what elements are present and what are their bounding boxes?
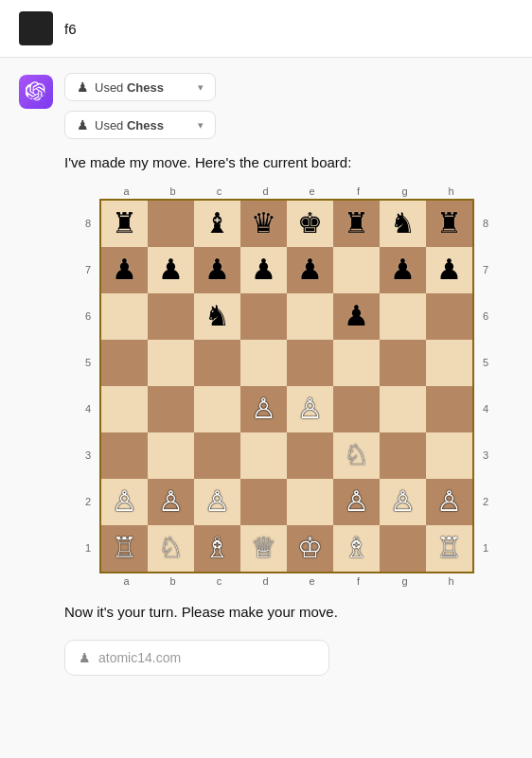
input-chess-icon: ♟ (79, 650, 91, 665)
square-a8: ♜ (101, 201, 148, 247)
rank-labels-left: 87654321 (80, 201, 96, 572)
square-a6 (101, 293, 148, 340)
file-label-d: d (242, 184, 289, 199)
square-c5 (194, 340, 240, 386)
square-d7: ♟ (240, 247, 287, 293)
square-e8: ♚ (287, 201, 333, 247)
rank-label-5: 5 (478, 340, 493, 386)
square-a2: ♙ (101, 479, 148, 525)
square-f4 (333, 386, 380, 432)
file-label-d: d (242, 573, 289, 589)
chevron-down-icon-1: ▾ (198, 81, 204, 94)
chess-board: ♜♝♛♚♜♞♜♟♟♟♟♟♟♟♞♟♙♙♘♙♙♙♙♙♙♖♘♗♕♔♗♖ (99, 199, 474, 573)
input-area[interactable]: ♟ atomic14.com (64, 640, 329, 676)
rank-label-4: 4 (80, 386, 96, 432)
square-g4 (380, 386, 426, 432)
square-b4 (148, 386, 194, 432)
square-d8: ♛ (240, 201, 287, 247)
chess-board-wrapper: abcdefgh 87654321 ♜♝♛♚♜♞♜♟♟♟♟♟♟♟♞♟♙♙♘♙♙♙… (64, 184, 513, 589)
square-h7: ♟ (426, 247, 472, 293)
header: f6 (0, 0, 532, 58)
board-with-ranks: 87654321 ♜♝♛♚♜♞♜♟♟♟♟♟♟♟♞♟♙♙♘♙♙♙♙♙♙♖♘♗♕♔♗… (80, 199, 497, 573)
rank-label-8: 8 (80, 201, 96, 247)
square-c2: ♙ (194, 479, 240, 525)
rank-label-6: 6 (80, 293, 96, 340)
square-a5 (101, 340, 148, 386)
square-e6 (287, 293, 333, 340)
square-g1 (380, 525, 426, 572)
rank-label-7: 7 (80, 247, 96, 293)
rank-label-8: 8 (478, 201, 493, 247)
rank-labels-right: 87654321 (478, 201, 493, 572)
file-label-f: f (335, 184, 381, 199)
input-placeholder: atomic14.com (98, 650, 181, 665)
square-h2: ♙ (426, 479, 472, 525)
square-f2: ♙ (333, 479, 380, 525)
tool-dropdown-1[interactable]: ♟ Used Chess ▾ (64, 73, 216, 101)
message-outro: Now it's your turn. Please make your mov… (64, 602, 513, 624)
chess-icon-2: ♟ (77, 117, 89, 132)
main-content: ♟ Used Chess ▾ ♟ Used Chess ▾ I've made … (0, 58, 532, 691)
square-d3 (240, 432, 287, 479)
square-f8: ♜ (333, 201, 380, 247)
file-label-e: e (289, 573, 335, 589)
square-f7 (333, 247, 380, 293)
file-label-b: b (150, 184, 196, 199)
square-h6 (426, 293, 472, 340)
square-b2: ♙ (148, 479, 194, 525)
square-e1: ♔ (287, 525, 333, 572)
square-d2 (240, 479, 287, 525)
square-b3 (148, 432, 194, 479)
square-h5 (426, 340, 472, 386)
square-b5 (148, 340, 194, 386)
assistant-icon (19, 75, 53, 109)
square-b6 (148, 293, 194, 340)
chess-icon-1: ♟ (77, 79, 89, 95)
square-c7: ♟ (194, 247, 240, 293)
square-a1: ♖ (101, 525, 148, 572)
file-label-a: a (103, 184, 150, 199)
file-label-a: a (103, 573, 150, 589)
square-e2 (287, 479, 333, 525)
square-d6 (240, 293, 287, 340)
rank-label-1: 1 (80, 525, 96, 572)
square-d4: ♙ (240, 386, 287, 432)
file-label-g: g (381, 573, 428, 589)
square-c6: ♞ (194, 293, 240, 340)
square-c1: ♗ (194, 525, 240, 572)
square-h3 (426, 432, 472, 479)
file-label-f: f (335, 573, 381, 589)
file-label-b: b (150, 573, 196, 589)
square-c4 (194, 386, 240, 432)
file-label-c: c (196, 573, 242, 589)
square-c3 (194, 432, 240, 479)
square-b8 (148, 201, 194, 247)
square-c8: ♝ (194, 201, 240, 247)
square-e5 (287, 340, 333, 386)
rank-label-3: 3 (478, 432, 493, 479)
square-g7: ♟ (380, 247, 426, 293)
rank-label-7: 7 (478, 247, 493, 293)
rank-label-2: 2 (478, 479, 493, 525)
square-d5 (240, 340, 287, 386)
square-e4: ♙ (287, 386, 333, 432)
rank-label-6: 6 (478, 293, 493, 340)
square-b1: ♘ (148, 525, 194, 572)
rank-label-5: 5 (80, 340, 96, 386)
rank-label-2: 2 (80, 479, 96, 525)
message-intro: I've made my move. Here's the current bo… (64, 152, 513, 174)
square-d1: ♕ (240, 525, 287, 572)
rank-label-4: 4 (478, 386, 493, 432)
square-g2: ♙ (380, 479, 426, 525)
square-g3 (380, 432, 426, 479)
square-e7: ♟ (287, 247, 333, 293)
square-g8: ♞ (380, 201, 426, 247)
square-e3 (287, 432, 333, 479)
square-f6: ♟ (333, 293, 380, 340)
file-labels-top: abcdefgh (103, 184, 474, 199)
tool-label-1: Used Chess (95, 80, 192, 95)
rank-label-1: 1 (478, 525, 493, 572)
tool-dropdown-2[interactable]: ♟ Used Chess ▾ (64, 111, 216, 139)
square-a7: ♟ (101, 247, 148, 293)
square-h8: ♜ (426, 201, 472, 247)
